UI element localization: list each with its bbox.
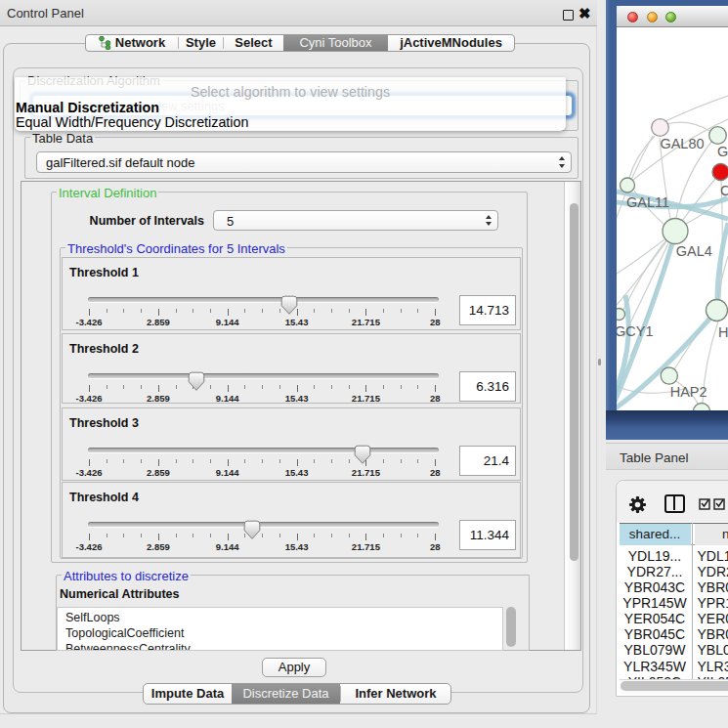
svg-text:GCY1: GCY1: [617, 323, 654, 339]
svg-text:C: C: [720, 183, 728, 198]
svg-text:GAL11: GAL11: [626, 194, 669, 210]
svg-text:GA: GA: [717, 144, 728, 159]
svg-text:GAL4: GAL4: [676, 243, 712, 259]
svg-text:HAP2: HAP2: [670, 384, 707, 400]
svg-text:GAL80: GAL80: [660, 136, 704, 151]
svg-text:H: H: [718, 324, 728, 340]
